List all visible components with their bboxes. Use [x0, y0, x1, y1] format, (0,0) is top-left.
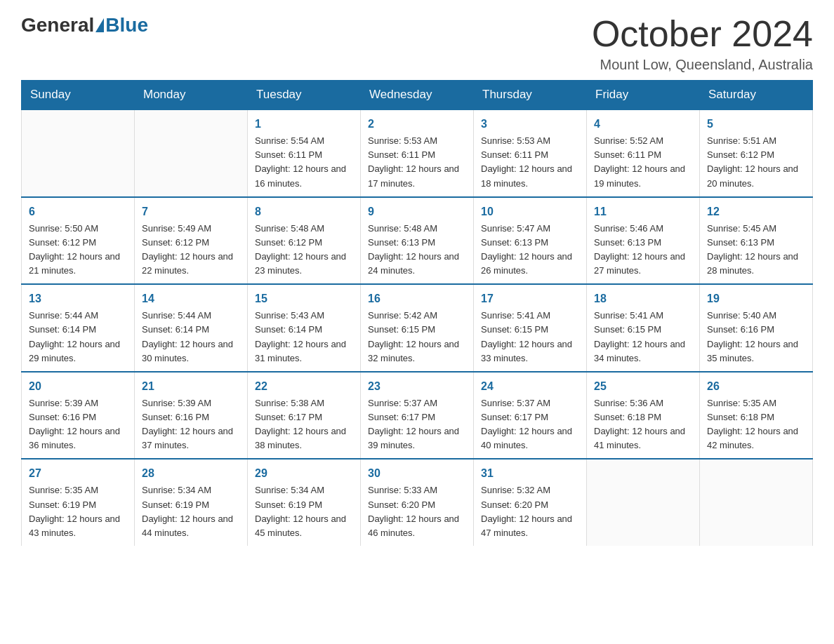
day-info: Sunrise: 5:54 AMSunset: 6:11 PMDaylight:…	[255, 134, 353, 191]
calendar-cell: 21Sunrise: 5:39 AMSunset: 6:16 PMDayligh…	[135, 372, 248, 459]
day-number: 5	[707, 116, 805, 133]
day-number: 9	[368, 203, 466, 220]
day-info: Sunrise: 5:43 AMSunset: 6:14 PMDaylight:…	[255, 309, 353, 365]
day-info: Sunrise: 5:39 AMSunset: 6:16 PMDaylight:…	[29, 396, 127, 453]
day-info: Sunrise: 5:39 AMSunset: 6:16 PMDaylight:…	[142, 396, 240, 453]
calendar-cell: 14Sunrise: 5:44 AMSunset: 6:14 PMDayligh…	[135, 284, 248, 372]
calendar-cell: 11Sunrise: 5:46 AMSunset: 6:13 PMDayligh…	[587, 197, 700, 285]
calendar-cell: 31Sunrise: 5:32 AMSunset: 6:20 PMDayligh…	[474, 459, 587, 546]
day-info: Sunrise: 5:51 AMSunset: 6:12 PMDaylight:…	[707, 134, 805, 191]
day-info: Sunrise: 5:37 AMSunset: 6:17 PMDaylight:…	[481, 396, 579, 453]
calendar-cell	[700, 459, 813, 546]
day-number: 18	[594, 290, 692, 307]
day-info: Sunrise: 5:41 AMSunset: 6:15 PMDaylight:…	[481, 309, 579, 365]
calendar-cell: 3Sunrise: 5:53 AMSunset: 6:11 PMDaylight…	[474, 109, 587, 197]
calendar-cell	[135, 109, 248, 197]
location-title: Mount Low, Queensland, Australia	[592, 57, 813, 73]
day-info: Sunrise: 5:40 AMSunset: 6:16 PMDaylight:…	[707, 309, 805, 365]
page-header: General Blue October 2024 Mount Low, Que…	[21, 14, 813, 73]
calendar-header-tuesday: Tuesday	[248, 81, 361, 110]
calendar-table: SundayMondayTuesdayWednesdayThursdayFrid…	[21, 80, 813, 546]
day-number: 16	[368, 290, 466, 307]
day-info: Sunrise: 5:48 AMSunset: 6:12 PMDaylight:…	[255, 222, 353, 279]
day-number: 22	[255, 378, 353, 395]
day-info: Sunrise: 5:49 AMSunset: 6:12 PMDaylight:…	[142, 222, 240, 279]
calendar-cell: 2Sunrise: 5:53 AMSunset: 6:11 PMDaylight…	[361, 109, 474, 197]
day-info: Sunrise: 5:41 AMSunset: 6:15 PMDaylight:…	[594, 309, 692, 365]
day-number: 3	[481, 116, 579, 133]
calendar-header-thursday: Thursday	[474, 81, 587, 110]
day-info: Sunrise: 5:42 AMSunset: 6:15 PMDaylight:…	[368, 309, 466, 365]
day-info: Sunrise: 5:35 AMSunset: 6:18 PMDaylight:…	[707, 396, 805, 453]
day-info: Sunrise: 5:46 AMSunset: 6:13 PMDaylight:…	[594, 222, 692, 279]
calendar-cell: 20Sunrise: 5:39 AMSunset: 6:16 PMDayligh…	[22, 372, 135, 459]
day-info: Sunrise: 5:44 AMSunset: 6:14 PMDaylight:…	[29, 309, 127, 365]
calendar-cell: 15Sunrise: 5:43 AMSunset: 6:14 PMDayligh…	[248, 284, 361, 372]
title-section: October 2024 Mount Low, Queensland, Aust…	[592, 14, 813, 73]
day-info: Sunrise: 5:53 AMSunset: 6:11 PMDaylight:…	[481, 134, 579, 191]
day-info: Sunrise: 5:47 AMSunset: 6:13 PMDaylight:…	[481, 222, 579, 279]
calendar-cell: 26Sunrise: 5:35 AMSunset: 6:18 PMDayligh…	[700, 372, 813, 459]
calendar-header-wednesday: Wednesday	[361, 81, 474, 110]
day-info: Sunrise: 5:44 AMSunset: 6:14 PMDaylight:…	[142, 309, 240, 365]
month-title: October 2024	[592, 14, 813, 54]
calendar-header-sunday: Sunday	[22, 81, 135, 110]
calendar-header-monday: Monday	[135, 81, 248, 110]
logo-blue-text: Blue	[105, 14, 148, 36]
calendar-cell: 25Sunrise: 5:36 AMSunset: 6:18 PMDayligh…	[587, 372, 700, 459]
calendar-cell: 8Sunrise: 5:48 AMSunset: 6:12 PMDaylight…	[248, 197, 361, 285]
calendar-cell: 19Sunrise: 5:40 AMSunset: 6:16 PMDayligh…	[700, 284, 813, 372]
day-info: Sunrise: 5:35 AMSunset: 6:19 PMDaylight:…	[29, 483, 127, 540]
day-number: 7	[142, 203, 240, 220]
calendar-header-saturday: Saturday	[700, 81, 813, 110]
logo-general-text: General	[21, 14, 94, 36]
calendar-cell: 30Sunrise: 5:33 AMSunset: 6:20 PMDayligh…	[361, 459, 474, 546]
day-number: 1	[255, 116, 353, 133]
day-number: 25	[594, 378, 692, 395]
day-number: 20	[29, 378, 127, 395]
day-number: 17	[481, 290, 579, 307]
day-number: 26	[707, 378, 805, 395]
calendar-cell: 6Sunrise: 5:50 AMSunset: 6:12 PMDaylight…	[22, 197, 135, 285]
day-number: 23	[368, 378, 466, 395]
logo: General Blue	[21, 14, 148, 36]
day-info: Sunrise: 5:34 AMSunset: 6:19 PMDaylight:…	[142, 483, 240, 540]
day-number: 2	[368, 116, 466, 133]
calendar-cell: 28Sunrise: 5:34 AMSunset: 6:19 PMDayligh…	[135, 459, 248, 546]
day-number: 21	[142, 378, 240, 395]
day-info: Sunrise: 5:52 AMSunset: 6:11 PMDaylight:…	[594, 134, 692, 191]
calendar-cell	[587, 459, 700, 546]
day-number: 8	[255, 203, 353, 220]
calendar-cell: 13Sunrise: 5:44 AMSunset: 6:14 PMDayligh…	[22, 284, 135, 372]
day-number: 4	[594, 116, 692, 133]
day-info: Sunrise: 5:33 AMSunset: 6:20 PMDaylight:…	[368, 483, 466, 540]
calendar-cell: 4Sunrise: 5:52 AMSunset: 6:11 PMDaylight…	[587, 109, 700, 197]
day-info: Sunrise: 5:38 AMSunset: 6:17 PMDaylight:…	[255, 396, 353, 453]
calendar-cell: 7Sunrise: 5:49 AMSunset: 6:12 PMDaylight…	[135, 197, 248, 285]
day-number: 13	[29, 290, 127, 307]
calendar-cell: 1Sunrise: 5:54 AMSunset: 6:11 PMDaylight…	[248, 109, 361, 197]
calendar-cell: 18Sunrise: 5:41 AMSunset: 6:15 PMDayligh…	[587, 284, 700, 372]
day-number: 12	[707, 203, 805, 220]
day-number: 29	[255, 465, 353, 482]
day-number: 30	[368, 465, 466, 482]
calendar-cell: 10Sunrise: 5:47 AMSunset: 6:13 PMDayligh…	[474, 197, 587, 285]
day-number: 24	[481, 378, 579, 395]
calendar-cell: 5Sunrise: 5:51 AMSunset: 6:12 PMDaylight…	[700, 109, 813, 197]
day-info: Sunrise: 5:32 AMSunset: 6:20 PMDaylight:…	[481, 483, 579, 540]
day-info: Sunrise: 5:37 AMSunset: 6:17 PMDaylight:…	[368, 396, 466, 453]
day-info: Sunrise: 5:45 AMSunset: 6:13 PMDaylight:…	[707, 222, 805, 279]
day-number: 14	[142, 290, 240, 307]
day-number: 11	[594, 203, 692, 220]
day-number: 6	[29, 203, 127, 220]
calendar-cell: 23Sunrise: 5:37 AMSunset: 6:17 PMDayligh…	[361, 372, 474, 459]
day-info: Sunrise: 5:34 AMSunset: 6:19 PMDaylight:…	[255, 483, 353, 540]
day-info: Sunrise: 5:53 AMSunset: 6:11 PMDaylight:…	[368, 134, 466, 191]
calendar-cell: 22Sunrise: 5:38 AMSunset: 6:17 PMDayligh…	[248, 372, 361, 459]
calendar-cell: 27Sunrise: 5:35 AMSunset: 6:19 PMDayligh…	[22, 459, 135, 546]
day-info: Sunrise: 5:48 AMSunset: 6:13 PMDaylight:…	[368, 222, 466, 279]
calendar-cell: 29Sunrise: 5:34 AMSunset: 6:19 PMDayligh…	[248, 459, 361, 546]
calendar-cell: 9Sunrise: 5:48 AMSunset: 6:13 PMDaylight…	[361, 197, 474, 285]
calendar-cell: 16Sunrise: 5:42 AMSunset: 6:15 PMDayligh…	[361, 284, 474, 372]
calendar-header-friday: Friday	[587, 81, 700, 110]
